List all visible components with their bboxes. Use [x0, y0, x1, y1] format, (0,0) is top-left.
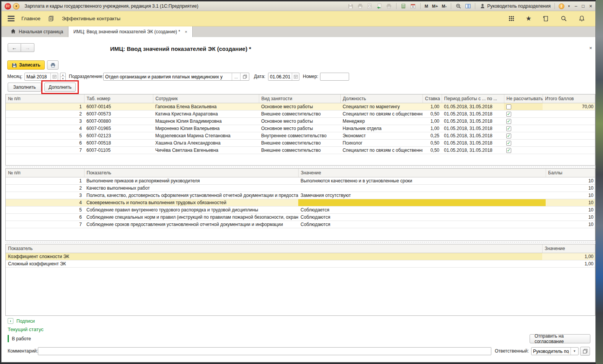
- cell-rate[interactable]: 1,00: [423, 103, 442, 110]
- fill-button[interactable]: Заполнить: [8, 83, 41, 92]
- cell-work-period[interactable]: 01.05.2018, 31.05.2018: [442, 110, 504, 117]
- cell-work-period[interactable]: 01.05.2018, 31.05.2018: [442, 103, 504, 110]
- cell-work-period[interactable]: 01.05.2018, 31.05.2018: [442, 125, 504, 132]
- tab-home[interactable]: Начальная страница: [5, 26, 68, 37]
- cell-employee-name[interactable]: Мащенок Юлия Владимировна: [153, 117, 259, 125]
- department-open-icon[interactable]: [240, 73, 249, 80]
- cell-position[interactable]: Психолог: [340, 139, 423, 146]
- cell-indicator-value[interactable]: Замечания отсутствуют: [298, 192, 546, 199]
- cell-employment-type[interactable]: Основное место работы: [259, 103, 340, 110]
- cell-employee-name[interactable]: Чичёва Светлана Евгеньевна: [153, 146, 259, 154]
- cell-do-not-calculate[interactable]: [504, 103, 543, 110]
- minimize-icon[interactable]: –: [575, 3, 577, 9]
- cell-position[interactable]: Начальник отдела: [340, 125, 423, 132]
- skip-checkbox[interactable]: [506, 112, 511, 117]
- info-icon[interactable]: i: [559, 3, 564, 9]
- cell-employee-name[interactable]: Хашина Ольга Александровна: [153, 139, 259, 146]
- cell-tab-number[interactable]: 6007-01965: [84, 125, 153, 132]
- menu-item-effective-contracts[interactable]: Эффективные контракты: [60, 16, 123, 21]
- form-close-icon[interactable]: ×: [589, 45, 592, 51]
- save-icon[interactable]: [348, 3, 354, 10]
- cell-points[interactable]: 10: [546, 177, 595, 184]
- cell-points[interactable]: 10: [546, 184, 595, 192]
- main-menu-dropdown-icon[interactable]: ▼: [13, 3, 20, 10]
- skip-checkbox[interactable]: [506, 104, 511, 109]
- cell-row-number[interactable]: 5: [6, 132, 84, 139]
- cell-rate[interactable]: 0,50: [423, 110, 442, 117]
- cell-rate[interactable]: 0,50: [423, 139, 442, 146]
- cell-row-number[interactable]: 3: [6, 192, 84, 199]
- signatures-link[interactable]: Подписи: [16, 318, 35, 324]
- table-splitter[interactable]: [5, 242, 595, 242]
- cell-position[interactable]: Менеджер: [340, 117, 423, 125]
- responsible-input[interactable]: [531, 348, 570, 355]
- memory-m-button[interactable]: M: [424, 4, 429, 8]
- employee-row[interactable]: 16007-00145Гапонова Елена ВасильевнаОсно…: [6, 103, 595, 110]
- responsible-dropdown-icon[interactable]: ▼: [570, 348, 578, 355]
- cell-do-not-calculate[interactable]: [504, 146, 543, 154]
- cell-coefficient-value[interactable]: 1,00: [542, 260, 595, 267]
- cell-rate[interactable]: 0,25: [423, 132, 442, 139]
- employee-row[interactable]: 26007-00573Катина Кристина АраратовнаВне…: [6, 110, 595, 117]
- skip-checkbox[interactable]: [506, 119, 511, 124]
- history-icon[interactable]: [542, 15, 549, 23]
- cell-do-not-calculate[interactable]: [504, 132, 543, 139]
- memory-m-minus-button[interactable]: M-: [441, 4, 447, 8]
- cell-indicator-value[interactable]: Выполняются качественно и в установленны…: [298, 177, 546, 184]
- cell-indicator-name[interactable]: Соблюдение правил внутреннего трудового …: [84, 206, 298, 213]
- zoom-icon[interactable]: [455, 3, 462, 10]
- cell-tab-number[interactable]: 6007-00880: [84, 117, 153, 125]
- cell-indicator-name[interactable]: Соблюдение сроков предоставления установ…: [84, 221, 298, 228]
- skip-checkbox[interactable]: [506, 126, 511, 131]
- cell-position[interactable]: Специалист по маркетингу: [340, 103, 423, 110]
- cell-work-period[interactable]: 01.05.2018, 31.05.2018: [442, 117, 504, 125]
- cell-total-points[interactable]: 70,00: [543, 103, 595, 110]
- cell-row-number[interactable]: 4: [6, 199, 84, 206]
- split-view-icon[interactable]: [465, 3, 471, 10]
- cell-work-period[interactable]: 01.05.2018, 31.05.2018: [442, 132, 504, 139]
- cell-position[interactable]: Специалист по связям с общественно...: [340, 110, 423, 117]
- cell-total-points[interactable]: [543, 110, 595, 117]
- bell-icon[interactable]: [578, 15, 585, 23]
- coefficient-row[interactable]: Коэффициент сложности ЭК1,00: [6, 253, 595, 260]
- cell-total-points[interactable]: [543, 125, 595, 132]
- print-file-icon[interactable]: [386, 3, 392, 10]
- send-for-approval-button[interactable]: Отправить на согласование: [530, 334, 590, 343]
- maximize-icon[interactable]: □: [582, 3, 585, 9]
- cell-row-number[interactable]: 2: [6, 110, 84, 117]
- cell-employee-name[interactable]: Модзелевская Марина Степановна: [153, 132, 259, 139]
- cell-rate[interactable]: 0,50: [423, 146, 442, 154]
- hamburger-icon[interactable]: [8, 16, 15, 21]
- employee-row[interactable]: 46007-01965Мироненко Юлия ВалерьевнаОсно…: [6, 125, 595, 132]
- indicator-row[interactable]: 6Соблюдение специальных норм и правил (и…: [6, 213, 595, 221]
- cell-row-number[interactable]: 1: [6, 103, 84, 110]
- cell-work-period[interactable]: 01.05.2018, 31.05.2018: [442, 146, 504, 154]
- tab-close-icon[interactable]: ×: [185, 29, 187, 34]
- indicator-row[interactable]: 7Соблюдение сроков предоставления устано…: [6, 221, 595, 228]
- cell-total-points[interactable]: [543, 117, 595, 125]
- info-chevron-icon[interactable]: ▼: [567, 5, 570, 8]
- employee-row[interactable]: 66007-00518Хашина Ольга АлександровнаВне…: [6, 139, 595, 146]
- print-preview-icon[interactable]: [367, 3, 373, 10]
- cell-row-number[interactable]: 4: [6, 125, 84, 132]
- calendar-icon[interactable]: 31: [410, 3, 416, 10]
- cell-indicator-name[interactable]: Качество выполненных работ: [84, 184, 298, 192]
- cell-row-number[interactable]: 1: [6, 177, 84, 184]
- close-icon[interactable]: ×: [589, 3, 592, 9]
- table-splitter[interactable]: [5, 167, 595, 167]
- cell-points[interactable]: 10: [546, 221, 595, 228]
- cell-indicator-value[interactable]: Соблюдается: [298, 206, 546, 213]
- cell-tab-number[interactable]: 6007-00518: [84, 139, 153, 146]
- cell-points[interactable]: 10: [546, 213, 595, 221]
- print-button[interactable]: [47, 60, 59, 70]
- print-icon[interactable]: [357, 3, 364, 10]
- cell-total-points[interactable]: [543, 146, 595, 154]
- cell-position[interactable]: Экономист: [340, 132, 423, 139]
- cell-tab-number[interactable]: 6007-01105: [84, 146, 153, 154]
- cell-indicator-value[interactable]: [298, 199, 546, 206]
- month-calendar-icon[interactable]: [50, 73, 58, 80]
- indicator-row[interactable]: 1Выполнение приказов и распоряжений руко…: [6, 177, 595, 184]
- cell-coefficient-value[interactable]: 1,00: [542, 253, 595, 260]
- cell-tab-number[interactable]: 6007-00145: [84, 103, 153, 110]
- contracts-section-icon[interactable]: [47, 15, 55, 23]
